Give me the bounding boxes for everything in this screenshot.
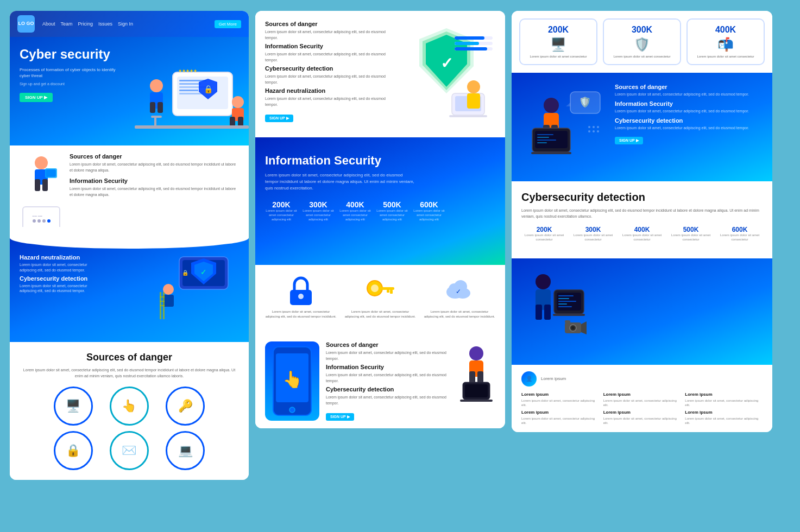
footer-col3-desc1: Lorem ipsum dolor sit amet, consectetur … (685, 398, 763, 408)
p3-stats-row: 200K Lorem ipsum dolor sit amet consecte… (521, 226, 763, 242)
icon-mail: ✉️ (110, 431, 149, 470)
stat-card-400k: 400K 📬 Lorem ipsum dolor sit amet consec… (686, 18, 765, 65)
p3-stat-300k: 300K Lorem ipsum dolor sit amet consecte… (570, 226, 616, 242)
p3-cyber-desc: Lorem ipsum dolor sit amet, consectetur … (615, 125, 763, 131)
p3-mid-section: 🛡️ Sources of danger Lorem ipsum dolor s… (512, 73, 772, 181)
svg-text:✓: ✓ (200, 268, 207, 276)
svg-rect-17 (238, 117, 243, 126)
cyber-det-desc: Lorem ipsum dolor sit amet, consectetur … (20, 283, 96, 294)
p3-mid-text: Sources of danger Lorem ipsum dolor sit … (615, 84, 763, 170)
nav-issues[interactable]: Issues (98, 21, 112, 27)
p2-top-illustration: ✓ (398, 21, 495, 122)
info-security-title: Information Security (70, 178, 239, 184)
p3-cyber-title: Cybersecurity detection (615, 117, 763, 124)
icon-monitor: 🖥️ (54, 387, 93, 426)
svg-point-54 (467, 80, 480, 93)
nav-links: About Team Pricing Issues Sign In (42, 21, 207, 27)
p2-lock-icon-item: Lorem ipsum dolor sit amet, consectetur … (265, 275, 337, 319)
nav-signin[interactable]: Sign In (118, 21, 133, 27)
signup-button[interactable]: SIGN UP ▶ (20, 93, 53, 102)
sources-icons-grid: 🖥️ 👆 🔑 🔒 ✉️ 💻 (48, 387, 211, 470)
svg-marker-115 (581, 321, 587, 334)
hazard-title: Hazard neutralization (20, 254, 146, 261)
mail-icon: 📬 (692, 37, 759, 52)
p2-signup-button[interactable]: SIGN UP ▶ (265, 115, 293, 122)
nav-pricing[interactable]: Pricing (78, 21, 93, 27)
shield-icon: 🛡️ (608, 37, 676, 52)
svg-rect-85 (537, 134, 553, 135)
svg-point-113 (571, 326, 575, 330)
stat-600k: 600K Lorem ipsum dolor sit amet consecte… (413, 200, 445, 221)
footer-col1-desc1: Lorem ipsum dolor sit amet, consectetur … (521, 398, 599, 408)
p2-sources-desc: Lorem ipsum dolor sit amet, consectetur … (265, 29, 391, 41)
wave-illustration: ✓ 🔒 (152, 254, 239, 321)
svg-text:✓: ✓ (456, 288, 461, 295)
p3-cyber-main-title: Cybersecurity detection (521, 191, 763, 204)
p2-top-section: Sources of danger Lorem ipsum dolor sit … (255, 11, 505, 137)
p2-bottom-signup-button[interactable]: SIGN UP ▶ (326, 413, 354, 421)
footer-col1-title1: Lorem ipsum (521, 392, 599, 397)
svg-text:🔒: 🔒 (204, 85, 213, 94)
footer-col2-title2: Lorem ipsum (603, 410, 681, 415)
sources-danger-title: Sources of danger (70, 153, 239, 160)
nav-about[interactable]: About (42, 21, 55, 27)
p2-blue-title: Information Security (265, 154, 495, 168)
p3-stat-200k: 200K Lorem ipsum dolor sit amet consecte… (521, 226, 567, 242)
svg-rect-6 (179, 93, 204, 94)
hero-section: Cyber security Processes of formation of… (10, 37, 249, 145)
svg-rect-39 (160, 301, 165, 302)
stat-card-num-3: 400K (692, 25, 759, 35)
p2-bot-info-desc: Lorem ipsum dolor sit amet, consectetur … (326, 372, 451, 384)
svg-point-14 (232, 96, 244, 108)
svg-point-95 (597, 126, 599, 128)
p2-key-desc: Lorem ipsum dolor sit amet, consectetur … (344, 309, 416, 319)
svg-rect-75 (477, 371, 483, 383)
nav-bar: LO GO About Team Pricing Issues Sign In … (10, 11, 249, 37)
p3-bottom-figure (521, 268, 587, 355)
svg-rect-78 (460, 400, 493, 402)
p2-cloud-desc: Lorem ipsum dolor sit amet, consectetur … (424, 309, 495, 319)
footer-col-3: Lorem ipsum Lorem ipsum dolor sit amet, … (685, 392, 763, 426)
p3-sources-desc: Lorem ipsum dolor sit amet, consectetur … (615, 92, 763, 97)
cyber-det-title: Cybersecurity detection (20, 275, 146, 282)
footer-col2-desc2: Lorem ipsum dolor sit amet, consectetur … (603, 416, 681, 426)
footer-col-1: Lorem ipsum Lorem ipsum dolor sit amet, … (521, 392, 599, 426)
footer-col-2: Lorem ipsum Lorem ipsum dolor sit amet, … (603, 392, 681, 426)
p2-bottom-text: Sources of danger Lorem ipsum dolor sit … (326, 341, 451, 421)
p2-hazard-desc: Lorem ipsum dolor sit amet, consectetur … (265, 96, 391, 107)
p2-bot-sources-desc: Lorem ipsum dolor sit amet, consectetur … (326, 350, 451, 362)
svg-text:🔒: 🔒 (182, 269, 189, 276)
stat-card-desc-2: Lorem ipsum dolor sit amet consectetur (608, 54, 676, 59)
sources-main-desc: Lorem ipsum dolor sit amet, consectetur … (20, 368, 239, 379)
p2-key-icon-item: Lorem ipsum dolor sit amet, consectetur … (344, 275, 416, 319)
p2-blue-desc: Lorem ipsum dolor sit amet, consectetur … (265, 172, 417, 192)
blue-wave-section: Hazard neutralization Lorem ipsum dolor … (10, 238, 249, 342)
p3-info-title: Information Security (615, 100, 763, 107)
svg-rect-21 (151, 125, 162, 128)
svg-rect-60 (379, 287, 394, 290)
p3-signup-button[interactable]: SIGN UP ▶ (615, 137, 643, 144)
hazard-desc: Lorem ipsum dolor sit amet, consectetur … (20, 262, 96, 273)
sources-section: Sources of danger Lorem ipsum dolor sit … (10, 342, 249, 480)
svg-rect-12 (150, 102, 155, 113)
stat-200k: 200K Lorem ipsum dolor sit amet consecte… (265, 200, 298, 221)
p3-stat-400k: 400K Lorem ipsum dolor sit amet consecte… (619, 226, 665, 242)
main-container: LO GO About Team Pricing Issues Sign In … (0, 0, 800, 491)
nav-getmore-button[interactable]: Get More (215, 20, 241, 28)
svg-rect-114 (565, 320, 570, 323)
svg-point-99 (536, 274, 551, 289)
p3-bottom-section (512, 258, 772, 365)
svg-point-97 (593, 130, 595, 132)
svg-marker-91 (566, 103, 570, 106)
svg-rect-27 (46, 169, 56, 177)
p3-footer: 👤 Lorem ipsum Lorem ipsum Lorem ipsum do… (512, 365, 772, 432)
nav-team[interactable]: Team (61, 21, 73, 27)
lock-illustration (285, 275, 317, 307)
footer-col3-desc2: Lorem ipsum dolor sit amet, consectetur … (685, 416, 763, 426)
svg-rect-24 (35, 179, 40, 191)
svg-rect-108 (558, 303, 567, 305)
svg-rect-110 (553, 314, 585, 316)
svg-point-96 (588, 130, 590, 132)
p1-text-section: Sources of danger Lorem ipsum dolor sit … (70, 153, 239, 230)
svg-rect-86 (537, 137, 549, 138)
